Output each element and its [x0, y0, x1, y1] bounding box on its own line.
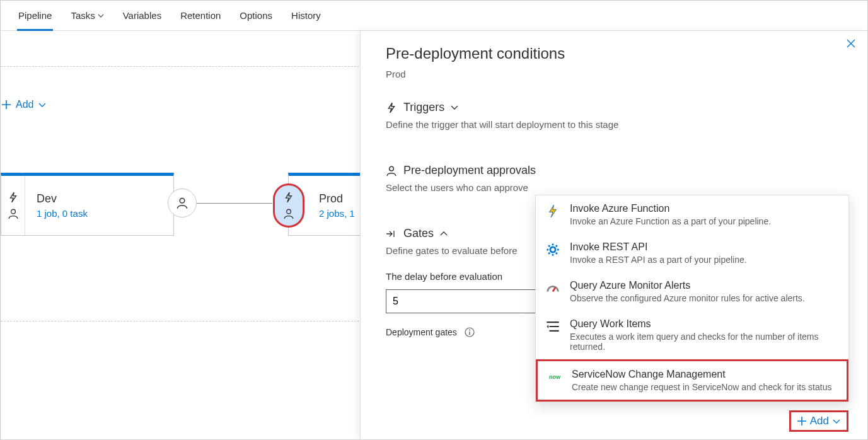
add-gate-button[interactable]: Add — [789, 410, 848, 432]
tab-label: Variables — [123, 10, 161, 21]
menu-item-desc: Create new change request in ServiceNow … — [572, 382, 831, 392]
filter-icon — [545, 318, 561, 335]
tab-label: Options — [240, 10, 272, 21]
tab-tasks[interactable]: Tasks — [71, 1, 103, 30]
add-label: Add — [16, 99, 33, 110]
menu-item-invoke-azure-function[interactable]: Invoke Azure FunctionInvoke an Azure Fun… — [536, 195, 848, 234]
close-icon — [846, 38, 856, 49]
person-icon — [386, 165, 397, 177]
section-desc: Define the trigger that will start deplo… — [386, 119, 842, 130]
chevron-down-icon — [98, 14, 104, 18]
chevron-down-icon — [451, 105, 458, 110]
gauge-icon — [545, 280, 561, 296]
svg-point-3 — [390, 166, 394, 171]
chevron-up-icon — [440, 231, 448, 236]
menu-item-invoke-rest-api[interactable]: Invoke REST APIInvoke a REST API as a pa… — [536, 234, 848, 272]
deployment-gates-label: Deployment gates — [386, 327, 457, 337]
menu-item-title: Query Work Items — [570, 318, 838, 330]
menu-item-query-azure-monitor[interactable]: Query Azure Monitor AlertsObserve the co… — [536, 272, 848, 311]
gate-icon — [386, 229, 397, 238]
svg-point-1 — [180, 199, 185, 204]
section-desc: Select the users who can approve — [386, 182, 842, 193]
stage-prod-preconditions[interactable] — [273, 183, 304, 228]
tab-variables[interactable]: Variables — [123, 1, 161, 30]
person-icon — [176, 197, 188, 209]
panel-stage-name: Prod — [386, 69, 842, 79]
azure-function-icon — [545, 203, 561, 219]
tab-options[interactable]: Options — [240, 1, 272, 30]
tab-retention[interactable]: Retention — [180, 1, 221, 30]
menu-item-query-work-items[interactable]: Query Work ItemsExecutes a work item que… — [536, 311, 848, 359]
gate-type-menu: Invoke Azure FunctionInvoke an Azure Fun… — [535, 195, 849, 402]
plus-icon — [797, 417, 806, 426]
close-button[interactable] — [846, 38, 856, 49]
svg-point-6 — [550, 247, 555, 252]
stage-name: Prod — [319, 192, 355, 206]
svg-point-0 — [11, 209, 15, 214]
panel-title: Pre-deployment conditions — [386, 45, 842, 62]
info-icon[interactable] — [465, 327, 475, 337]
menu-item-title: Invoke REST API — [570, 241, 747, 253]
pipeline-tabs: Pipeline Tasks Variables Retention Optio… — [1, 1, 867, 31]
stage-name: Dev — [37, 192, 88, 206]
section-label: Pre-deployment approvals — [403, 164, 536, 177]
menu-item-title: ServiceNow Change Management — [572, 369, 831, 380]
person-icon — [8, 208, 19, 219]
section-triggers[interactable]: Triggers — [386, 101, 842, 114]
menu-item-servicenow-change-management[interactable]: now ServiceNow Change ManagementCreate n… — [536, 359, 848, 402]
add-label: Add — [810, 415, 829, 427]
stage-dev-preconditions[interactable] — [1, 176, 25, 235]
menu-item-desc: Executes a work item query and checks fo… — [570, 332, 838, 352]
tab-label: Tasks — [71, 10, 95, 21]
menu-item-title: Query Azure Monitor Alerts — [570, 280, 805, 291]
tab-history[interactable]: History — [291, 1, 321, 30]
lightning-icon — [8, 192, 19, 203]
svg-point-2 — [287, 209, 291, 214]
menu-item-desc: Invoke an Azure Function as a part of yo… — [570, 216, 771, 226]
menu-item-title: Invoke Azure Function — [570, 203, 771, 214]
lightning-icon — [386, 102, 397, 113]
tab-label: History — [291, 10, 321, 21]
plus-icon — [2, 100, 11, 109]
stage-jobs-link[interactable]: 1 job, 0 task — [37, 208, 88, 219]
tab-pipeline[interactable]: Pipeline — [18, 1, 52, 30]
tab-label: Retention — [180, 10, 221, 21]
stage-dev[interactable]: Dev 1 job, 0 task — [1, 173, 174, 236]
svg-point-5 — [469, 330, 470, 331]
menu-item-desc: Observe the configured Azure monitor rul… — [570, 293, 805, 303]
chevron-down-icon — [833, 419, 840, 424]
chevron-down-icon — [38, 103, 46, 107]
section-approvals[interactable]: Pre-deployment approvals — [386, 164, 842, 177]
tab-label: Pipeline — [18, 10, 52, 21]
pipeline-canvas: Add Dev 1 job, 0 task Prod 2 jobs, 1 — [1, 31, 867, 439]
section-label: Triggers — [403, 101, 444, 114]
gear-icon — [545, 241, 561, 258]
add-artifact-button[interactable]: Add — [1, 94, 47, 115]
servicenow-icon: now — [547, 369, 563, 385]
menu-item-desc: Invoke a REST API as a part of your pipe… — [570, 255, 747, 265]
lightning-icon — [283, 192, 294, 203]
stage-jobs-link[interactable]: 2 jobs, 1 — [319, 208, 355, 219]
section-label: Gates — [403, 227, 434, 240]
person-icon — [283, 208, 294, 219]
stage-dev-postconditions[interactable] — [168, 188, 197, 217]
